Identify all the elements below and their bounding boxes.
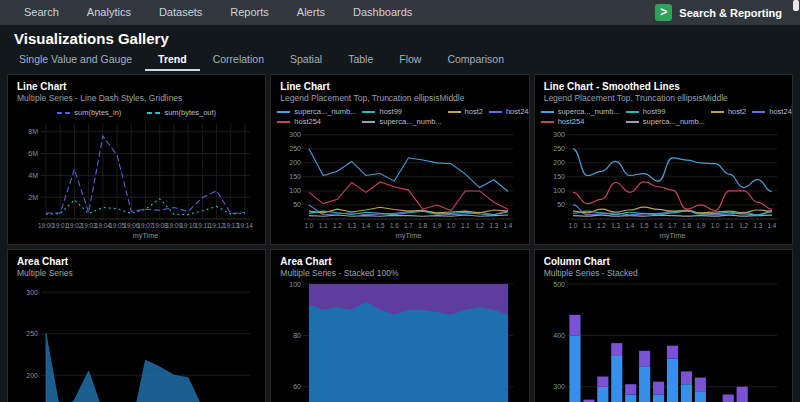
top-nav: Search Analytics Datasets Reports Alerts…: [0, 0, 800, 25]
legend-item[interactable]: sum(bytes_out): [147, 108, 216, 117]
tab-correlation[interactable]: Correlation: [200, 51, 277, 71]
column-chart-stacked-plot[interactable]: 100200300400500: [544, 279, 783, 402]
chart-legend: superca..._numb...host99host2host248host…: [544, 104, 783, 127]
svg-text:1.4: 1.4: [767, 222, 776, 229]
panel-line-chart-smoothed: Line Chart - Smoothed Lines Legend Place…: [534, 74, 793, 245]
svg-text:1.1: 1.1: [582, 222, 591, 229]
legend-item[interactable]: host99: [362, 107, 402, 116]
legend-label: host99: [643, 107, 666, 116]
svg-text:1.9: 1.9: [696, 222, 705, 229]
area-chart-stacked100-plot[interactable]: 20406080100: [280, 279, 519, 402]
svg-text:200: 200: [553, 159, 565, 166]
svg-text:1.2: 1.2: [333, 222, 342, 229]
panel-subtitle: Multiple Series - Line Dash Styles, Grid…: [17, 93, 256, 104]
svg-text:1.1: 1.1: [461, 222, 470, 229]
chart-legend: sum(bytes_in)sum(bytes_out): [17, 104, 256, 118]
tab-comparison[interactable]: Comparison: [434, 51, 517, 71]
panel-title: Area Chart: [280, 256, 519, 268]
area-chart-plot[interactable]: 50100150200250300: [17, 279, 256, 402]
panel-title: Line Chart: [17, 81, 256, 93]
svg-text:1.2: 1.2: [739, 222, 748, 229]
svg-text:myTime: myTime: [660, 231, 685, 240]
legend-label: superca..._numb...: [379, 117, 441, 126]
legend-swatch-icon: [448, 111, 461, 113]
legend-item[interactable]: host254: [541, 117, 585, 126]
tab-single-value-and-gauge[interactable]: Single Value and Gauge: [6, 51, 145, 71]
legend-swatch-icon: [489, 111, 502, 113]
page-title: Visualizations Gallery: [14, 30, 786, 47]
svg-text:80: 80: [294, 332, 302, 339]
tab-trend[interactable]: Trend: [145, 51, 200, 71]
panel-column-chart-stacked: Column Chart Multiple Series - Stacked 1…: [534, 249, 793, 402]
legend-label: host248: [506, 107, 530, 116]
svg-text:myTime: myTime: [133, 231, 158, 240]
svg-text:8M: 8M: [28, 128, 38, 135]
svg-text:150: 150: [290, 173, 302, 180]
svg-text:1.2: 1.2: [597, 222, 606, 229]
panel-area-chart-stacked100: Area Chart Multiple Series - Stacked 100…: [270, 249, 529, 402]
panel-subtitle: Multiple Series - Stacked 100%: [280, 268, 519, 279]
svg-text:100: 100: [290, 281, 302, 288]
svg-text:1.8: 1.8: [682, 222, 691, 229]
svg-text:19:14: 19:14: [237, 222, 253, 229]
scrollbar-thumb[interactable]: [793, 0, 799, 11]
tab-spatial[interactable]: Spatial: [277, 51, 335, 71]
app-name[interactable]: Search & Reporting: [679, 7, 782, 19]
svg-text:1.0: 1.0: [568, 222, 577, 229]
app-logo-icon[interactable]: >: [655, 4, 672, 21]
svg-text:50: 50: [557, 201, 565, 208]
legend-item[interactable]: host2: [711, 107, 746, 116]
svg-text:1.5: 1.5: [376, 222, 385, 229]
legend-swatch-icon: [362, 121, 375, 123]
legend-item[interactable]: host248: [752, 107, 793, 116]
nav-item-datasets[interactable]: Datasets: [145, 0, 216, 25]
svg-text:myTime: myTime: [396, 231, 421, 240]
panel-title: Column Chart: [544, 256, 783, 268]
legend-item[interactable]: superca..._numb...: [541, 107, 620, 116]
panel-subtitle: Legend Placement Top, Truncation ellipsi…: [280, 93, 519, 104]
nav-item-alerts[interactable]: Alerts: [283, 0, 339, 25]
legend-item[interactable]: sum(bytes_in): [57, 108, 121, 117]
panel-title: Line Chart: [280, 81, 519, 93]
legend-item[interactable]: superca..._numb...: [362, 117, 441, 126]
legend-item[interactable]: host2: [448, 107, 483, 116]
legend-item[interactable]: superca..._numb...: [277, 107, 356, 116]
legend-swatch-icon: [626, 121, 639, 123]
nav-item-analytics[interactable]: Analytics: [73, 0, 145, 25]
nav-item-search[interactable]: Search: [10, 0, 73, 25]
panel-subtitle: Multiple Series: [17, 268, 256, 279]
line-chart-plot[interactable]: 501001502002503001.01.11.21.31.41.51.61.…: [280, 127, 519, 240]
panel-subtitle: Multiple Series - Stacked: [544, 268, 783, 279]
line-chart-smoothed-plot[interactable]: 501001502002503001.01.11.21.31.41.51.61.…: [544, 127, 783, 240]
svg-text:100: 100: [290, 187, 302, 194]
legend-label: host2: [465, 107, 483, 116]
legend-swatch-icon: [277, 121, 290, 123]
legend-item[interactable]: host254: [277, 117, 321, 126]
legend-label: host254: [558, 117, 585, 126]
legend-item[interactable]: host99: [626, 107, 666, 116]
svg-text:1.7: 1.7: [668, 222, 677, 229]
dashboard-grid: Line Chart Multiple Series - Line Dash S…: [0, 71, 800, 402]
svg-text:60: 60: [294, 383, 302, 390]
svg-text:300: 300: [553, 131, 565, 138]
legend-item[interactable]: host248: [489, 107, 530, 116]
nav-item-reports[interactable]: Reports: [216, 0, 283, 25]
svg-text:200: 200: [290, 159, 302, 166]
tab-table[interactable]: Table: [335, 51, 386, 71]
tab-flow[interactable]: Flow: [386, 51, 434, 71]
legend-swatch-icon: [626, 111, 639, 113]
svg-text:200: 200: [26, 372, 38, 379]
legend-label: host254: [294, 117, 321, 126]
svg-text:500: 500: [553, 281, 565, 288]
legend-swatch-icon: [752, 111, 765, 113]
svg-text:50: 50: [294, 201, 302, 208]
panel-title: Line Chart - Smoothed Lines: [544, 81, 783, 93]
svg-text:1.0: 1.0: [710, 222, 719, 229]
svg-text:250: 250: [26, 330, 38, 337]
line-chart-dash-plot[interactable]: 2M4M6M8M19:0019:0119:0219:0319:0419:0519…: [17, 118, 256, 240]
svg-text:1.2: 1.2: [476, 222, 485, 229]
nav-item-dashboards[interactable]: Dashboards: [339, 0, 426, 25]
legend-label: sum(bytes_out): [164, 108, 216, 117]
legend-item[interactable]: superca..._numb...: [626, 117, 705, 126]
chart-legend: superca..._numb...host99host2host248host…: [280, 104, 519, 127]
